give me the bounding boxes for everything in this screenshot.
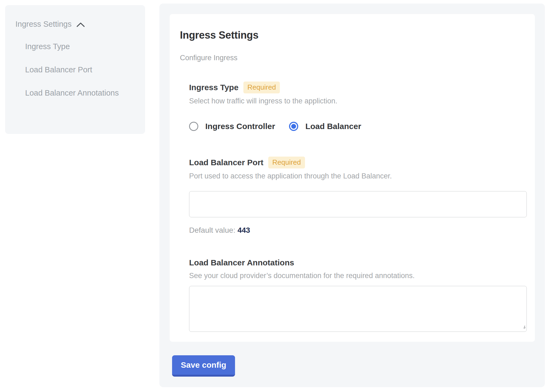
sidebar-item-ingress-type[interactable]: Ingress Type <box>25 39 122 55</box>
radio-label: Load Balancer <box>305 121 361 132</box>
section-load-balancer-annotations: Load Balancer Annotations See your cloud… <box>189 257 524 332</box>
default-value-line: Default value:443 <box>189 225 524 235</box>
section-load-balancer-port: Load Balancer Port Required Port used to… <box>189 157 524 235</box>
default-value: 443 <box>237 226 250 234</box>
section-head: Load Balancer Annotations <box>189 257 524 268</box>
resize-handle-icon[interactable] <box>521 325 525 330</box>
section-head: Load Balancer Port Required <box>189 157 524 168</box>
ingress-type-options: Ingress Controller Load Balancer <box>189 121 524 132</box>
section-label: Ingress Type <box>189 82 239 93</box>
required-badge: Required <box>268 157 305 168</box>
required-badge: Required <box>243 82 280 93</box>
radio-selected-icon[interactable] <box>289 122 298 131</box>
section-label: Load Balancer Port <box>189 157 263 168</box>
radio-label: Ingress Controller <box>205 121 275 132</box>
sidebar-item-load-balancer-port[interactable]: Load Balancer Port <box>25 62 122 78</box>
help-text: Port used to access the application thro… <box>189 171 524 181</box>
chevron-up-icon <box>76 22 85 27</box>
sidebar-group-ingress-settings[interactable]: Ingress Settings <box>15 19 140 29</box>
radio-load-balancer[interactable]: Load Balancer <box>289 121 361 132</box>
annotations-textarea-wrap <box>189 286 527 332</box>
sidebar-group-label: Ingress Settings <box>15 19 72 29</box>
radio-unselected-icon[interactable] <box>189 122 198 131</box>
section-head: Ingress Type Required <box>189 82 524 93</box>
config-panel: Ingress Settings Configure Ingress Ingre… <box>159 4 545 387</box>
help-text: Select how traffic will ingress to the a… <box>189 96 524 106</box>
config-sections: Ingress Type Required Select how traffic… <box>189 82 524 332</box>
sidebar: Ingress Settings Ingress Type Load Balan… <box>5 5 145 134</box>
load-balancer-annotations-textarea[interactable] <box>189 286 527 332</box>
page-subtitle: Configure Ingress <box>180 53 524 62</box>
section-ingress-type: Ingress Type Required Select how traffic… <box>189 82 524 132</box>
save-config-button[interactable]: Save config <box>172 355 235 377</box>
sidebar-items: Ingress Type Load Balancer Port Load Bal… <box>25 39 140 101</box>
section-label: Load Balancer Annotations <box>189 257 294 268</box>
help-text: See your cloud provider’s documentation … <box>189 271 524 281</box>
config-card: Ingress Settings Configure Ingress Ingre… <box>170 14 535 342</box>
load-balancer-port-input[interactable] <box>189 191 527 217</box>
radio-ingress-controller[interactable]: Ingress Controller <box>189 121 275 132</box>
page-title: Ingress Settings <box>180 29 524 41</box>
default-value-label: Default value: <box>189 226 235 234</box>
sidebar-item-load-balancer-annotations[interactable]: Load Balancer Annotations <box>25 85 122 101</box>
